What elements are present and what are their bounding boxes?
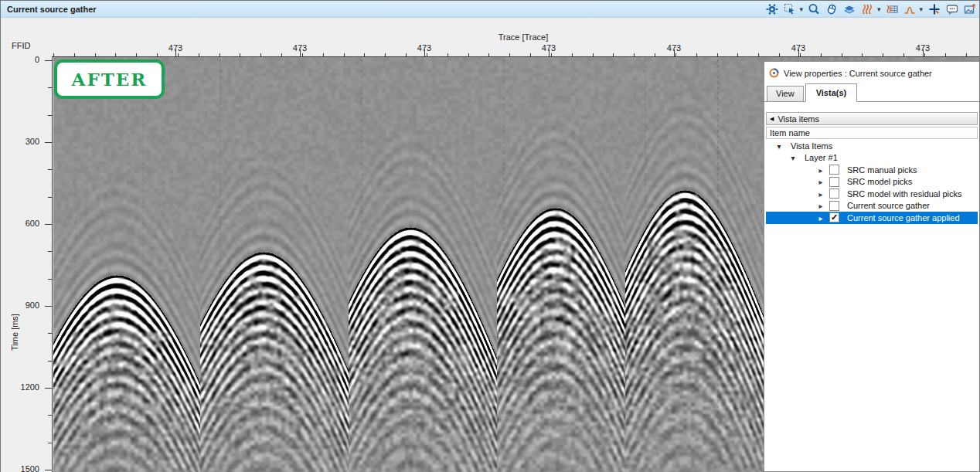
spreadsheet-icon[interactable] — [885, 3, 898, 16]
layers-icon[interactable] — [843, 3, 856, 16]
titlebar-toolbar: ▾ ▾ ▾ — [765, 1, 976, 18]
item-checkbox[interactable] — [829, 201, 839, 211]
selection-mode-icon[interactable] — [783, 3, 796, 16]
item-checkbox[interactable] — [829, 165, 839, 175]
expander-icon[interactable] — [817, 165, 825, 175]
crosshair-icon[interactable] — [927, 3, 941, 16]
item-checkbox[interactable]: ✓ — [829, 212, 839, 222]
tree-row-layer-1[interactable]: Layer #1 — [766, 152, 978, 165]
titlebar: Current source gather ▾ ▾ — [1, 1, 979, 18]
tab-view[interactable]: View — [767, 86, 804, 101]
group-header-label: Vista items — [778, 114, 819, 124]
collapse-triangle-icon: ◀ — [770, 116, 774, 122]
histogram-dropdown-icon[interactable]: ▾ — [919, 6, 923, 13]
vista-logo-icon — [769, 68, 779, 78]
window-title: Current source gather — [1, 5, 97, 14]
tree-row-current-source-gather[interactable]: Current source gather — [766, 200, 978, 212]
wiggle-display-icon[interactable] — [861, 3, 874, 16]
view-properties-panel: View properties : Current source gather … — [764, 61, 979, 472]
expander-icon[interactable] — [817, 201, 825, 210]
panel-title: View properties : Current source gather — [784, 69, 932, 78]
item-checkbox[interactable] — [829, 177, 839, 187]
item-checkbox[interactable] — [829, 188, 839, 199]
after-annotation: AFTER — [54, 59, 165, 99]
panel-header: View properties : Current source gather — [764, 62, 979, 81]
plot-area: FFID Trace [Trace] 473 473 473 473 473 4… — [1, 19, 979, 472]
tree-row-src-model-residual-picks[interactable]: SRC model with residual picks — [766, 188, 978, 200]
settings-icon[interactable] — [765, 3, 778, 16]
expander-icon[interactable] — [817, 213, 825, 222]
wiggle-display-dropdown-icon[interactable]: ▾ — [877, 6, 881, 13]
app-window: Current source gather ▾ ▾ — [0, 0, 980, 472]
amplitude-histogram-icon[interactable] — [903, 3, 916, 16]
expander-icon[interactable] — [817, 177, 825, 186]
expander-icon[interactable] — [775, 141, 783, 151]
tree-row-src-model-picks[interactable]: SRC model picks — [766, 176, 978, 188]
tree-row-current-source-gather-applied[interactable]: ✓ Current source gather applied — [766, 212, 978, 224]
panel-tabs: View Vista(s) — [764, 83, 979, 102]
tab-vistas[interactable]: Vista(s) — [805, 83, 858, 102]
vista-items-group-header[interactable]: ◀ Vista items — [766, 112, 978, 125]
vista-items-tree: Vista Items Layer #1 SRC manual picks SR… — [766, 140, 978, 224]
selection-mode-dropdown-icon[interactable]: ▾ — [799, 6, 803, 13]
item-name-column-header[interactable]: Item name — [766, 127, 978, 139]
comment-icon[interactable] — [945, 3, 958, 16]
tree-row-vista-items[interactable]: Vista Items — [766, 140, 978, 152]
mouse-tool-icon[interactable] — [825, 3, 839, 16]
expander-icon[interactable] — [817, 189, 825, 199]
expander-icon[interactable] — [789, 153, 797, 162]
zoom-icon[interactable] — [808, 3, 821, 16]
export-image-icon[interactable] — [963, 3, 976, 16]
tree-row-src-manual-picks[interactable]: SRC manual picks — [766, 164, 978, 176]
